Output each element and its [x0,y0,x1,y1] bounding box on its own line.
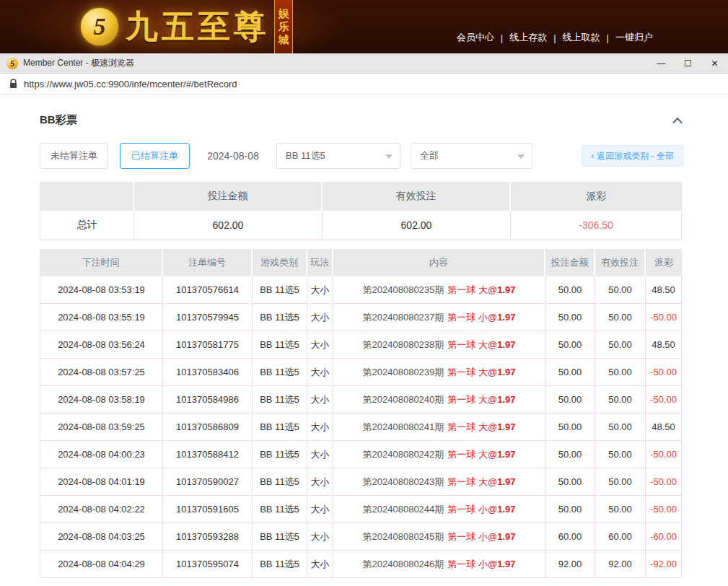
content-odds: 1.97 [497,339,515,350]
page-title: BB彩票 [40,113,77,127]
settled-bets-button[interactable]: 已结算注单 [120,143,190,169]
cell-valid-bet: 92.00 [595,551,646,578]
cell-content: 第202408080245期 第一球 小@1.97 [333,523,545,551]
cell-payout: 48.50 [646,331,682,359]
cell-content: 第202408080240期 第一球 大@1.97 [333,386,545,414]
cell-valid-bet: 50.00 [595,359,646,386]
nav-link[interactable]: 一键归户 [615,31,653,44]
collapse-chevron-up-icon[interactable] [672,116,683,125]
minimize-button[interactable]: — [648,53,675,74]
cell-bet-time: 2024-08-08 03:56:24 [40,331,163,359]
cell-game-type: BB 11选5 [253,331,307,359]
cell-payout: -50.00 [646,304,682,331]
game-type-select[interactable]: BB 11选5 [276,143,400,169]
maximize-button[interactable]: ☐ [675,53,701,74]
bet-record-table: 下注时间注单编号游戏类别玩法内容投注金额有效投注派彩 2024-08-08 03… [40,249,682,578]
table-row: 2024-08-08 03:59:25 101370586809 BB 11选5… [40,414,682,441]
content-period: 第202408080237期 [363,311,444,324]
content-period: 第202408080238期 [363,338,444,351]
summary-valid-bet: 602.00 [323,211,511,240]
cell-content: 第202408080238期 第一球 大@1.97 [333,331,545,359]
cell-valid-bet: 50.00 [595,468,646,496]
cell-valid-bet: 60.00 [595,523,646,551]
table-row: 2024-08-08 03:56:24 101370581775 BB 11选5… [40,331,682,359]
content-pick: 第一球 大@ [447,366,497,379]
brand-banner: 5 九五至尊 娱乐城 会员中心|线上存款|线上取款|一键归户 [0,0,728,53]
lock-icon [9,79,17,89]
nav-link[interactable]: 线上存款 [509,31,547,44]
cell-valid-bet: 50.00 [595,496,646,523]
cell-game-type: BB 11选5 [253,468,307,496]
summary-total-row: 总计 602.00 602.00 -306.50 [40,211,682,240]
cell-payout: -60.00 [646,523,682,551]
summary-header-valid-bet: 有效投注 [323,182,511,211]
content-pick: 第一球 大@ [447,476,497,489]
table-row: 2024-08-08 04:01:19 101370590027 BB 11选5… [40,468,682,496]
cell-bet-time: 2024-08-08 04:00:23 [40,441,163,468]
cell-play-type: 大小 [307,304,333,331]
summary-header-blank [40,182,134,211]
content-pick: 第一球 大@ [447,448,497,461]
cell-content: 第202408080241期 第一球 大@1.97 [333,414,545,441]
panel-header: BB彩票 [40,113,683,127]
content-pick: 第一球 小@ [447,530,497,543]
cell-bet-time: 2024-08-08 04:03:25 [40,523,163,551]
filter-bar: 未结算注单 已结算注单 2024-08-08 BB 11选5 全部 ‹ 返回游戏… [40,143,683,169]
column-header: 派彩 [646,249,682,276]
nav-link[interactable]: 会员中心 [457,31,494,44]
cell-valid-bet: 50.00 [595,276,646,304]
cell-payout: -50.00 [646,496,682,523]
cell-bet-time: 2024-08-08 03:53:19 [40,276,163,304]
cell-game-type: BB 11选5 [253,523,307,551]
date-picker[interactable]: 2024-08-08 [204,150,262,162]
cell-game-type: BB 11选5 [253,304,307,331]
game-type-select-value: BB 11选5 [286,149,325,162]
summary-header-row: 投注金额 有效投注 派彩 [40,182,682,211]
url-input[interactable]: https://www.jw05.cc:9900/infe/mcenter/#/… [24,79,237,89]
content-period: 第202408080243期 [363,476,444,489]
back-to-game-category-button[interactable]: ‹ 返回游戏类别 - 全部 [582,145,683,167]
cell-game-type: BB 11选5 [253,359,307,386]
cell-content: 第202408080237期 第一球 小@1.97 [333,304,545,331]
cell-bet-amount: 50.00 [545,468,595,496]
content-odds: 1.97 [497,421,515,432]
window-controls: — ☐ ✕ [648,53,728,74]
close-button[interactable]: ✕ [701,53,728,74]
content-pick: 第一球 大@ [447,338,497,351]
top-nav: 会员中心|线上存款|线上取款|一键归户 [457,31,653,44]
column-header: 游戏类别 [253,249,307,276]
column-header: 有效投注 [595,249,646,276]
column-header: 注单编号 [163,249,253,276]
table-row: 2024-08-08 03:58:19 101370584986 BB 11选5… [40,386,682,414]
address-bar: https://www.jw05.cc:9900/infe/mcenter/#/… [0,74,728,95]
cell-play-type: 大小 [307,523,333,551]
summary-bet-amount: 602.00 [134,211,323,240]
browser-titlebar: 5 Member Center - 极速浏览器 — ☐ ✕ [0,53,728,74]
content-odds: 1.97 [497,559,515,569]
column-header: 投注金额 [545,249,595,276]
cell-content: 第202408080246期 第一球 小@1.97 [333,551,545,578]
cell-payout: -50.00 [646,468,682,496]
nav-link[interactable]: 线上取款 [563,31,600,44]
cell-play-type: 大小 [307,414,333,441]
cell-valid-bet: 50.00 [595,414,646,441]
unsettled-bets-button[interactable]: 未结算注单 [40,143,108,169]
summary-total-label: 总计 [40,211,134,240]
cell-play-type: 大小 [307,386,333,414]
content-period: 第202408080235期 [363,284,444,297]
cell-play-type: 大小 [307,441,333,468]
table-row: 2024-08-08 03:55:19 101370579945 BB 11选5… [40,304,682,331]
cell-game-type: BB 11选5 [253,386,307,414]
column-header: 玩法 [307,249,333,276]
column-header: 内容 [333,249,545,276]
cell-bet-time: 2024-08-08 04:04:29 [40,551,163,578]
content-odds: 1.97 [497,531,515,542]
summary-payout: -306.50 [511,211,682,240]
cell-payout: 48.50 [646,276,682,304]
nav-separator: | [501,32,503,43]
cell-bet-amount: 50.00 [545,331,595,359]
cell-bet-amount: 92.00 [545,551,595,578]
cell-content: 第202408080242期 第一球 大@1.97 [333,441,545,468]
scope-select[interactable]: 全部 [411,143,532,169]
back-button-label: 返回游戏类别 - 全部 [597,150,674,162]
